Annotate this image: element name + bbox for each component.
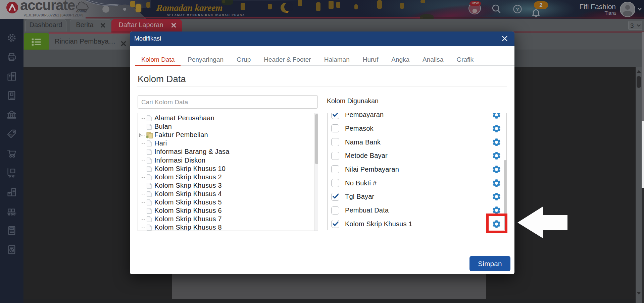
svg-text:TAX: TAX bbox=[10, 228, 13, 230]
svg-text:?: ? bbox=[516, 6, 519, 12]
svg-text:Rp: Rp bbox=[9, 133, 12, 136]
svg-text:Rp: Rp bbox=[10, 114, 13, 117]
